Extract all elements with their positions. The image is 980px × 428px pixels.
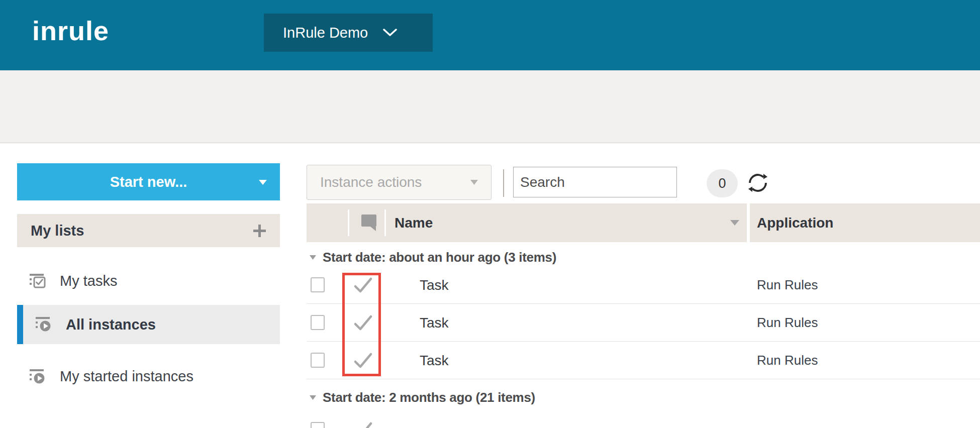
completed-check-icon [353,277,373,294]
completed-check-icon [353,352,373,369]
cell-name[interactable]: Task [420,304,449,342]
instance-actions-label: Instance actions [320,174,422,190]
cell-application: Run Rules [757,342,818,379]
task-list-icon [29,272,48,291]
table-row[interactable]: Task Run Rules [307,266,980,304]
column-divider [384,209,386,236]
group-label: Start date: 2 months ago (21 items) [323,390,535,405]
top-header: inrule InRule Demo [0,0,980,70]
sort-desc-icon[interactable] [730,220,739,226]
column-header-name[interactable]: Name [395,203,433,242]
row-checkbox[interactable] [311,422,325,428]
add-list-button[interactable] [253,224,266,238]
collapse-triangle-icon [310,395,316,400]
refresh-button[interactable] [745,170,771,196]
sidebar-item-label: My tasks [60,273,117,289]
caret-down-icon [259,180,267,185]
group-header-two-months-ago[interactable]: Start date: 2 months ago (21 items) [307,388,980,406]
selected-count: 0 [718,176,726,191]
column-divider [348,209,349,236]
group-header-hour-ago[interactable]: Start date: about an hour ago (3 items) [307,248,980,266]
sidebar-item-my-tasks[interactable]: My tasks [17,262,280,300]
sidebar-item-label: All instances [66,316,156,333]
workspace-selector[interactable]: InRule Demo [264,14,433,52]
cell-application: Run Rules [757,304,818,342]
completed-check-icon [353,314,373,332]
comment-icon [360,213,377,232]
cell-application: Run Rules [757,266,818,304]
caret-down-icon [470,180,478,185]
sidebar-item-label: My started instances [60,368,193,385]
start-new-button[interactable]: Start new... [17,163,280,200]
table-header: Name Application [307,203,980,242]
page-title-bar: Lists [0,70,980,143]
row-checkbox[interactable] [311,315,325,330]
completed-check-icon [353,421,373,428]
my-lists-header: My lists [17,214,280,247]
workspace-label: InRule Demo [283,25,368,41]
instance-list-icon [29,367,48,386]
table-row[interactable]: Task Run Rules [307,304,980,342]
refresh-icon [745,170,771,196]
inrule-logo[interactable]: inrule [32,15,109,46]
cell-name[interactable]: Task [420,342,449,379]
cell-name[interactable]: Task [420,266,449,304]
my-lists-label: My lists [31,223,84,239]
table-row-partial[interactable] [307,411,980,428]
instance-actions-dropdown[interactable]: Instance actions [307,165,492,200]
sidebar-item-all-instances[interactable]: All instances [17,305,280,344]
plus-icon [253,224,266,238]
group-label: Start date: about an hour ago (3 items) [323,250,556,265]
column-divider [747,203,750,242]
sidebar-item-my-started-instances[interactable]: My started instances [17,358,280,395]
collapse-triangle-icon [310,255,316,260]
row-checkbox[interactable] [311,353,325,368]
start-new-label: Start new... [110,174,187,190]
instance-list-icon [35,315,54,334]
toolbar-separator [503,169,504,197]
row-checkbox[interactable] [311,277,325,292]
table-row[interactable]: Task Run Rules [307,342,980,379]
search-input[interactable] [513,167,677,197]
app-root: inrule InRule Demo Lists Start new... My… [0,0,980,428]
chevron-down-icon [383,29,397,37]
selected-count-badge: 0 [707,169,738,197]
column-header-application[interactable]: Application [757,203,833,242]
